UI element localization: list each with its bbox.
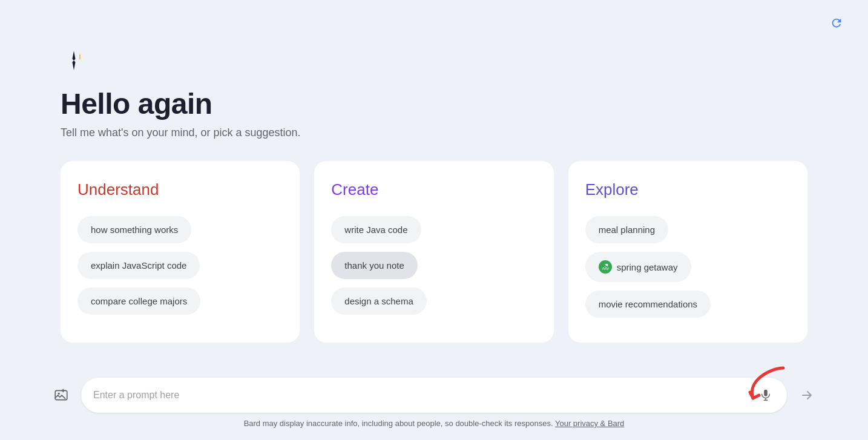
- chip-spring-getaway[interactable]: 🏖 spring getaway: [585, 252, 691, 282]
- bottom-bar: Bard may display inaccurate info, includ…: [0, 378, 868, 440]
- chip-design-schema[interactable]: design a schema: [331, 287, 426, 315]
- chip-explain-javascript[interactable]: explain JavaScript code: [77, 252, 200, 279]
- disclaimer: Bard may display inaccurate info, includ…: [48, 419, 820, 428]
- svg-point-1: [58, 393, 60, 395]
- understand-card-title: Understand: [77, 180, 283, 199]
- mic-button[interactable]: [757, 386, 775, 404]
- greeting-title: Hello again: [61, 87, 807, 120]
- create-chip-list: write Java code thank you note design a …: [331, 216, 536, 315]
- cards-container: Understand how something works explain J…: [61, 161, 807, 343]
- create-card: Create write Java code thank you note de…: [314, 161, 553, 343]
- privacy-link[interactable]: Your privacy & Bard: [555, 419, 624, 428]
- explore-card: Explore meal planning 🏖 spring getaway m…: [568, 161, 807, 343]
- understand-chip-list: how something works explain JavaScript c…: [77, 216, 283, 315]
- chip-compare-college[interactable]: compare college majors: [77, 287, 200, 315]
- chip-movie-recommendations[interactable]: movie recommendations: [585, 291, 711, 318]
- chip-write-java[interactable]: write Java code: [331, 216, 421, 243]
- understand-card: Understand how something works explain J…: [61, 161, 300, 343]
- send-button[interactable]: [794, 383, 820, 408]
- chip-thank-you-note[interactable]: thank you note: [331, 252, 417, 279]
- chip-meal-planning[interactable]: meal planning: [585, 216, 668, 243]
- bard-logo: [61, 47, 807, 76]
- input-row: [48, 378, 820, 413]
- prompt-input[interactable]: [93, 390, 757, 401]
- input-container: [81, 378, 787, 413]
- explore-card-title: Explore: [585, 180, 791, 199]
- create-card-title: Create: [331, 180, 536, 199]
- image-upload-button[interactable]: [48, 383, 74, 408]
- refresh-button[interactable]: [824, 11, 849, 35]
- svg-rect-2: [764, 390, 768, 396]
- top-bar: [0, 0, 868, 35]
- chip-how-something-works[interactable]: how something works: [77, 216, 191, 243]
- main-content: Hello again Tell me what's on your mind,…: [0, 35, 868, 343]
- spring-getaway-icon: 🏖: [599, 260, 612, 274]
- greeting-subtitle: Tell me what's on your mind, or pick a s…: [61, 126, 807, 139]
- explore-chip-list: meal planning 🏖 spring getaway movie rec…: [585, 216, 791, 318]
